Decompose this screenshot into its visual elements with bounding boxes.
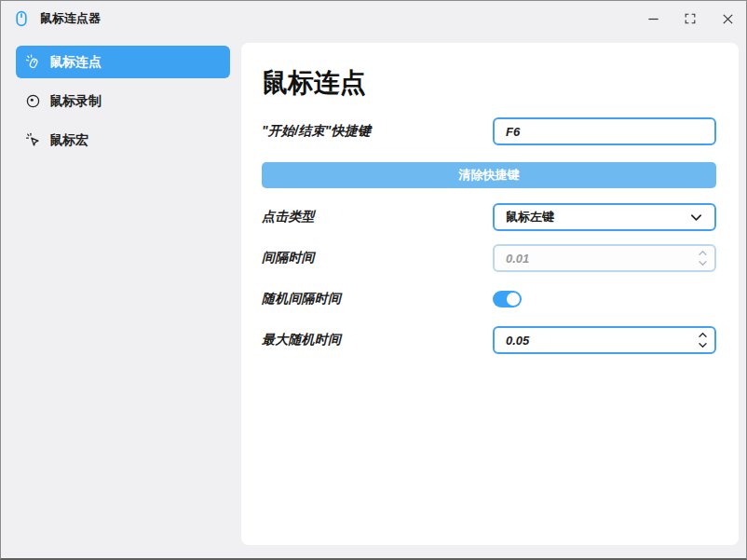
- interval-label: 间隔时间: [262, 250, 315, 266]
- click-type-row: 点击类型 鼠标左键: [262, 203, 716, 231]
- random-interval-label: 随机间隔时间: [262, 291, 341, 307]
- clear-hotkey-button[interactable]: 清除快捷键: [262, 162, 716, 188]
- title-bar: 鼠标连点器: [1, 1, 746, 36]
- random-interval-toggle[interactable]: [493, 291, 522, 307]
- sidebar-item-label: 鼠标连点: [49, 54, 102, 71]
- close-button[interactable]: [709, 1, 746, 36]
- max-random-row: 最大随机时间: [262, 326, 716, 354]
- close-icon: [720, 11, 736, 27]
- toggle-knob: [507, 293, 520, 306]
- max-random-label: 最大随机时间: [262, 332, 341, 348]
- click-type-value: 鼠标左键: [506, 209, 554, 225]
- random-interval-row: 随机间隔时间: [262, 285, 716, 313]
- chevron-down-icon: [698, 260, 708, 266]
- sidebar-item-macro[interactable]: 鼠标宏: [16, 124, 230, 157]
- chevron-down-icon: [698, 342, 708, 348]
- minimize-icon: [645, 11, 661, 27]
- spin-down-button: [696, 259, 709, 268]
- chevron-up-icon: [698, 250, 708, 256]
- record-icon: [25, 93, 41, 109]
- hotkey-input[interactable]: [493, 117, 716, 145]
- sidebar-item-label: 鼠标宏: [49, 132, 88, 149]
- sidebar-item-label: 鼠标录制: [49, 93, 102, 110]
- chevron-up-icon: [698, 332, 708, 338]
- max-random-input[interactable]: [493, 326, 716, 354]
- mouse-app-icon: [12, 9, 31, 28]
- window-title: 鼠标连点器: [40, 10, 101, 27]
- chevron-down-icon: [689, 211, 703, 225]
- app-window: 鼠标连点器: [0, 0, 747, 560]
- spin-down-button[interactable]: [696, 341, 709, 350]
- main-panel: 鼠标连点 "开始/结束"快捷键 清除快捷键 点击类型 鼠标左键: [241, 43, 739, 545]
- mouse-click-icon: [25, 54, 41, 70]
- sidebar: 鼠标连点 鼠标录制: [1, 36, 241, 558]
- hotkey-label: "开始/结束"快捷键: [262, 123, 371, 140]
- sidebar-item-auto-click[interactable]: 鼠标连点: [16, 46, 230, 78]
- interval-row: 间隔时间: [262, 244, 716, 272]
- macro-cursor-icon: [25, 132, 41, 148]
- hotkey-row: "开始/结束"快捷键: [262, 117, 716, 145]
- maximize-icon: [683, 11, 698, 26]
- click-type-label: 点击类型: [262, 209, 315, 225]
- click-type-select[interactable]: 鼠标左键: [493, 203, 716, 231]
- sidebar-item-record[interactable]: 鼠标录制: [16, 85, 230, 117]
- maximize-button[interactable]: [672, 1, 709, 36]
- spin-up-button: [696, 249, 709, 258]
- spin-up-button[interactable]: [696, 331, 709, 340]
- page-title: 鼠标连点: [262, 65, 716, 101]
- interval-input: [493, 244, 716, 272]
- minimize-button[interactable]: [634, 1, 672, 36]
